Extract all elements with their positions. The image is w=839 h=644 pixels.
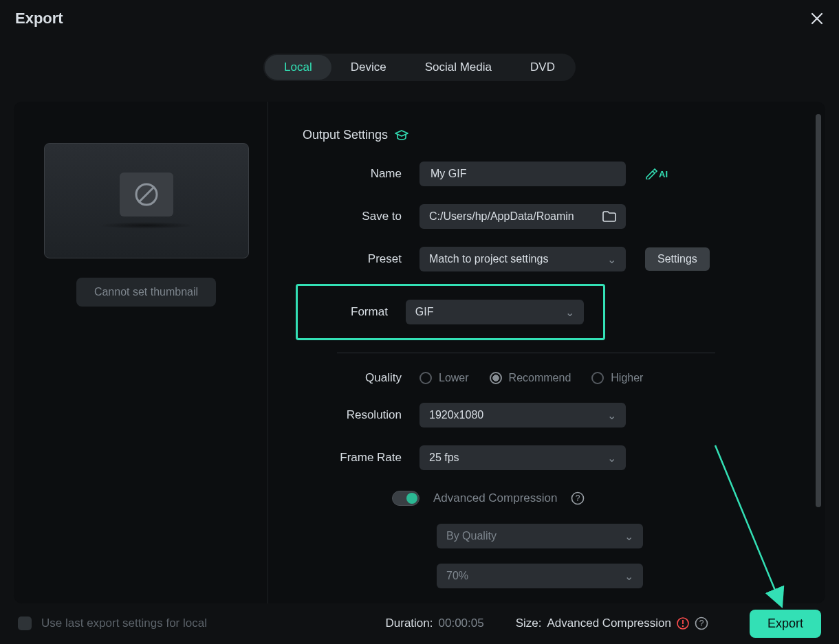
svg-point-6: [682, 625, 684, 627]
footer-bar: Use last export settings for local Durat…: [0, 603, 839, 644]
save-to-input[interactable]: C:/Users/hp/AppData/Roamin: [420, 204, 626, 229]
frame-rate-select[interactable]: 25 fps ⌄: [420, 445, 626, 470]
format-label: Format: [298, 305, 406, 319]
folder-icon[interactable]: [602, 211, 616, 222]
help-icon[interactable]: ?: [571, 491, 585, 505]
dialog-title: Export: [15, 10, 63, 27]
chevron-down-icon: ⌄: [607, 253, 616, 266]
tab-device[interactable]: Device: [331, 55, 406, 80]
quality-label: Quality: [303, 371, 420, 385]
tab-social-media[interactable]: Social Media: [406, 55, 511, 80]
resolution-select[interactable]: 1920x1080 ⌄: [420, 403, 626, 428]
svg-text:?: ?: [576, 493, 580, 503]
size-value: Advanced Compression: [547, 617, 671, 630]
scrollbar[interactable]: [816, 114, 821, 507]
chevron-down-icon: ⌄: [624, 570, 633, 583]
ai-rename-button[interactable]: AI: [645, 168, 668, 179]
use-last-settings-checkbox[interactable]: [18, 617, 32, 630]
duration-label: Duration:: [386, 617, 433, 630]
thumbnail-preview: [44, 143, 249, 258]
size-label: Size:: [516, 617, 542, 630]
close-button[interactable]: [810, 12, 824, 25]
advanced-compression-label: Advanced Compression: [433, 491, 557, 505]
name-input-field[interactable]: [429, 167, 616, 181]
resolution-label: Resolution: [303, 408, 420, 422]
compression-mode-value: By Quality: [446, 530, 497, 542]
format-value: GIF: [415, 306, 434, 318]
compression-value-select[interactable]: 70% ⌄: [437, 564, 643, 588]
graduation-cap-icon[interactable]: [395, 129, 408, 142]
tab-dvd[interactable]: DVD: [511, 55, 574, 80]
compression-mode-select[interactable]: By Quality ⌄: [437, 524, 643, 548]
preset-select[interactable]: Match to project settings ⌄: [420, 247, 626, 271]
format-highlight: Format GIF ⌄: [296, 284, 605, 340]
warning-icon: [677, 617, 689, 630]
section-title: Output Settings: [303, 128, 388, 142]
pencil-icon: [645, 168, 657, 179]
quality-recommend-radio[interactable]: Recommend: [490, 372, 571, 384]
preset-settings-button[interactable]: Settings: [645, 247, 710, 271]
format-select[interactable]: GIF ⌄: [406, 300, 584, 324]
frame-rate-label: Frame Rate: [303, 451, 420, 465]
quality-higher-radio[interactable]: Higher: [591, 372, 643, 384]
svg-text:?: ?: [699, 619, 704, 628]
chevron-down-icon: ⌄: [607, 452, 616, 465]
advanced-compression-toggle[interactable]: [392, 491, 420, 506]
compression-value: 70%: [446, 570, 468, 582]
export-tabs: Local Device Social Media DVD: [0, 54, 839, 81]
save-to-label: Save to: [303, 210, 420, 223]
divider: [337, 353, 715, 353]
tab-local[interactable]: Local: [265, 55, 331, 80]
svg-line-1: [140, 188, 153, 201]
no-thumbnail-icon: [133, 181, 160, 208]
save-to-value: C:/Users/hp/AppData/Roamin: [429, 210, 574, 223]
preset-value: Match to project settings: [429, 253, 548, 265]
chevron-down-icon: ⌄: [565, 306, 574, 319]
main-panel: Cannot set thumbnail Output Settings Nam…: [14, 102, 825, 603]
frame-rate-value: 25 fps: [429, 452, 459, 464]
name-input[interactable]: [420, 162, 626, 186]
set-thumbnail-button[interactable]: Cannot set thumbnail: [76, 278, 216, 307]
chevron-down-icon: ⌄: [607, 409, 616, 422]
resolution-value: 1920x1080: [429, 409, 483, 421]
use-last-settings-label: Use last export settings for local: [41, 617, 207, 630]
help-icon[interactable]: ?: [695, 617, 708, 630]
preset-label: Preset: [303, 252, 420, 266]
quality-lower-radio[interactable]: Lower: [420, 372, 469, 384]
chevron-down-icon: ⌄: [624, 530, 633, 543]
duration-value: 00:00:05: [439, 617, 484, 630]
name-label: Name: [303, 167, 420, 181]
export-button[interactable]: Export: [750, 610, 821, 638]
